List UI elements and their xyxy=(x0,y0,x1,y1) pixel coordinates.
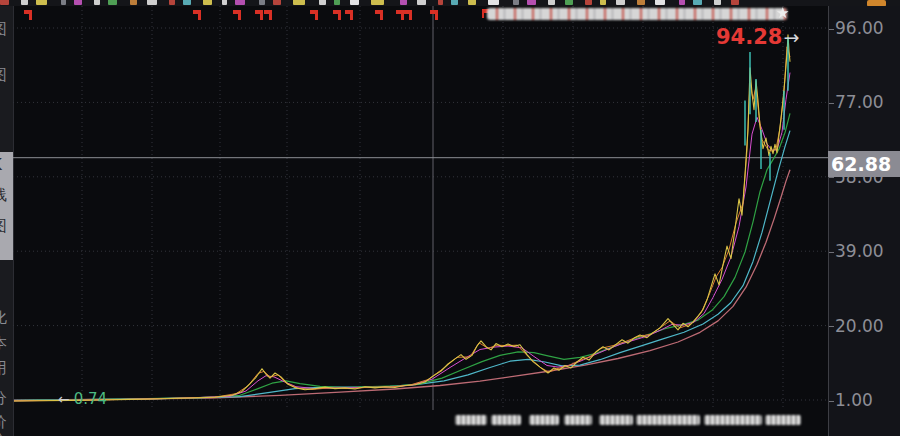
flag-stem xyxy=(260,14,263,20)
event-flag-icon[interactable] xyxy=(396,10,404,21)
axis-tick-mark xyxy=(829,401,834,402)
blurred-date-label xyxy=(564,415,592,425)
blurred-date-label xyxy=(599,415,633,425)
axis-tick-text: 96.00 xyxy=(835,18,884,38)
ma-fast-line xyxy=(14,73,790,401)
flag-stem xyxy=(238,14,241,20)
period-low-value: 0.74 xyxy=(74,390,107,408)
axis-tick-mark xyxy=(829,29,834,30)
price-line xyxy=(14,35,790,401)
ma-long-line xyxy=(14,170,790,400)
grid-layer xyxy=(13,6,834,410)
blurred-date-label xyxy=(529,415,559,425)
blur-texture xyxy=(599,415,633,425)
ma-slow-line xyxy=(14,131,790,401)
event-flag-icon[interactable] xyxy=(345,10,353,21)
event-flag-icon[interactable] xyxy=(333,10,341,21)
axis-tick-label: 1.00 xyxy=(829,391,900,409)
event-flag-icon[interactable] xyxy=(264,10,272,21)
flag-stem xyxy=(269,14,272,20)
price-chart-canvas[interactable] xyxy=(0,0,900,436)
axis-tick-mark xyxy=(829,177,834,178)
blur-texture xyxy=(564,415,592,425)
event-marker-cluster[interactable] xyxy=(487,8,787,20)
axis-tick-text: 77.00 xyxy=(835,92,884,112)
stock-chart-window: 图图K线图化本用分价个 ★ 94.28→ ←0.74 96.0077.0058.… xyxy=(0,0,900,436)
flag-stem xyxy=(338,14,341,20)
blurred-date-label xyxy=(765,415,801,425)
event-flag-icon[interactable] xyxy=(430,10,438,21)
flag-stem xyxy=(435,14,438,20)
ma-mid-line xyxy=(14,113,790,400)
event-flag-icon[interactable] xyxy=(310,10,318,21)
last-price-badge: 62.88 xyxy=(828,151,900,177)
blur-texture xyxy=(455,415,487,425)
blur-texture xyxy=(529,415,559,425)
axis-tick-text: 20.00 xyxy=(835,316,884,336)
blurred-date-label xyxy=(491,415,521,425)
flag-stem xyxy=(380,14,383,20)
flag-stem xyxy=(198,14,201,20)
blur-texture xyxy=(704,415,762,425)
series-layer xyxy=(14,35,790,401)
flag-stem xyxy=(409,14,412,20)
flag-stem xyxy=(315,14,318,20)
blur-texture xyxy=(765,415,801,425)
axis-tick-mark xyxy=(829,103,834,104)
axis-tick-label: 20.00 xyxy=(829,317,900,335)
star-icon: ★ xyxy=(776,4,789,22)
axis-tick-mark xyxy=(829,326,834,327)
event-flag-icon[interactable] xyxy=(24,10,32,21)
blurred-date-label xyxy=(636,415,700,425)
arrow-left-icon: ← xyxy=(58,391,70,407)
event-flag-icon[interactable] xyxy=(255,10,263,21)
period-high-value: 94.28 xyxy=(716,25,782,49)
event-flag-icon[interactable] xyxy=(193,10,201,21)
axis-tick-label: 96.00 xyxy=(829,19,900,37)
axis-tick-text: 1.00 xyxy=(835,390,873,410)
flag-stem xyxy=(29,14,32,20)
axis-tick-label: 77.00 xyxy=(829,93,900,111)
event-flag-icon[interactable] xyxy=(233,10,241,21)
event-marker-specks xyxy=(487,8,787,20)
blur-texture xyxy=(491,415,521,425)
event-flag-icon[interactable] xyxy=(375,10,383,21)
event-flag-icon[interactable] xyxy=(404,10,412,21)
period-high-annotation: 94.28→ xyxy=(716,25,799,49)
price-axis[interactable]: 96.0077.0058.0039.0020.001.00 62.88 xyxy=(828,6,900,436)
period-low-annotation: ←0.74 xyxy=(58,390,107,408)
price-alt-line xyxy=(14,47,790,401)
axis-tick-mark xyxy=(829,252,834,253)
blurred-date-label xyxy=(704,415,762,425)
axis-tick-text: 39.00 xyxy=(835,241,884,261)
flag-stem xyxy=(350,14,353,20)
arrow-right-icon: → xyxy=(783,26,799,48)
blur-texture xyxy=(636,415,700,425)
axis-tick-label: 39.00 xyxy=(829,242,900,260)
blurred-date-label xyxy=(455,415,487,425)
